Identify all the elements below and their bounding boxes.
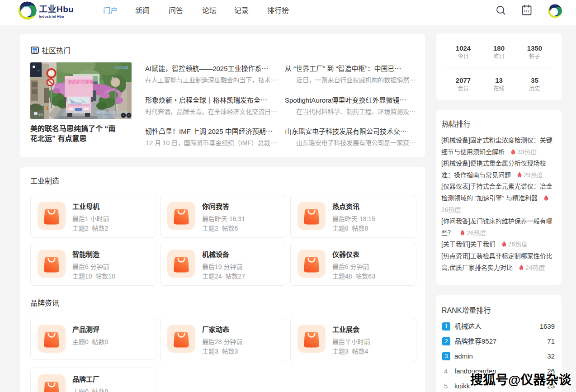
- svg-text:美的: 美的: [38, 113, 43, 116]
- svg-text:美的护花使者: 美的护花使者: [67, 80, 94, 85]
- svg-text:美的护花使者: 美的护花使者: [70, 102, 82, 105]
- svg-text:NOW新闻: NOW新闻: [114, 66, 128, 70]
- svg-text:搜狐号@仪器杂谈: 搜狐号@仪器杂谈: [470, 373, 571, 387]
